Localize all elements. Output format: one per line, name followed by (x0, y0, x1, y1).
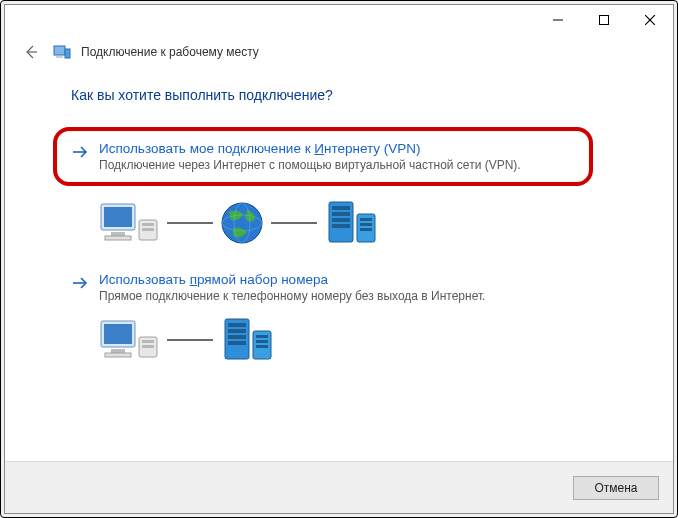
option-vpn-title-post: нтернету (VPN) (324, 141, 421, 156)
line-segment (167, 222, 213, 224)
wizard-icon (53, 43, 71, 61)
cancel-button[interactable]: Отмена (573, 476, 659, 500)
option-dialup[interactable]: Использовать прямой набор номера Прямое … (71, 272, 633, 303)
dialog-footer: Отмена (5, 461, 673, 513)
svg-rect-31 (104, 324, 132, 344)
option-dialup-text: Использовать прямой набор номера Прямое … (99, 272, 633, 303)
svg-rect-12 (105, 236, 131, 240)
svg-rect-35 (142, 340, 154, 343)
server-icon (323, 198, 379, 248)
svg-rect-7 (65, 49, 70, 58)
svg-rect-11 (111, 232, 125, 236)
option-vpn-title-pre: Использовать мое подключение к (99, 141, 314, 156)
maximize-button[interactable] (581, 5, 627, 35)
option-dialup-title: Использовать прямой набор номера (99, 272, 633, 287)
vpn-diagram (97, 198, 633, 248)
back-button[interactable] (19, 40, 43, 64)
svg-rect-36 (142, 345, 154, 348)
svg-rect-43 (256, 335, 268, 338)
svg-rect-41 (228, 341, 246, 345)
svg-rect-32 (111, 349, 125, 353)
svg-rect-40 (228, 335, 246, 339)
svg-rect-14 (142, 223, 154, 226)
minimize-icon (553, 15, 563, 25)
svg-rect-1 (600, 16, 609, 25)
option-dialup-title-ul: п (190, 272, 197, 287)
page-heading: Как вы хотите выполнить подключение? (71, 87, 633, 103)
option-vpn[interactable]: Использовать мое подключение к Интернету… (53, 127, 593, 186)
svg-rect-38 (228, 323, 246, 327)
option-vpn-title-ul: И (314, 141, 324, 156)
back-arrow-icon (21, 42, 41, 62)
wizard-title: Подключение к рабочему месту (81, 45, 259, 59)
globe-icon (219, 200, 265, 246)
outer-frame: Подключение к рабочему месту Как вы хоти… (0, 0, 678, 518)
close-button[interactable] (627, 5, 673, 35)
close-icon (645, 15, 655, 25)
svg-rect-44 (256, 340, 268, 343)
computer-icon (97, 198, 161, 248)
svg-rect-26 (360, 218, 372, 221)
svg-rect-39 (228, 329, 246, 333)
svg-rect-15 (142, 228, 154, 231)
dialup-diagram (97, 315, 633, 365)
svg-rect-10 (104, 207, 132, 227)
option-dialup-title-post: рямой набор номера (197, 272, 328, 287)
svg-rect-24 (332, 224, 350, 228)
svg-rect-6 (56, 56, 63, 58)
computer-icon (97, 315, 161, 365)
arrow-right-icon (71, 143, 89, 161)
option-vpn-desc: Подключение через Интернет с помощью вир… (99, 158, 575, 172)
maximize-icon (599, 15, 609, 25)
arrow-right-icon (71, 274, 89, 292)
line-segment (167, 339, 213, 341)
wizard-header: Подключение к рабочему месту (5, 35, 673, 69)
svg-rect-33 (105, 353, 131, 357)
content-area: Как вы хотите выполнить подключение? Исп… (5, 69, 673, 461)
svg-rect-27 (360, 223, 372, 226)
svg-rect-28 (360, 228, 372, 231)
svg-rect-23 (332, 218, 350, 222)
server-icon (219, 315, 275, 365)
dialog-window: Подключение к рабочему месту Как вы хоти… (4, 4, 674, 514)
option-dialup-head: Использовать прямой набор номера Прямое … (71, 272, 633, 303)
svg-rect-45 (256, 345, 268, 348)
svg-rect-5 (54, 46, 65, 55)
line-segment (271, 222, 317, 224)
option-dialup-desc: Прямое подключение к телефонному номеру … (99, 289, 633, 303)
option-vpn-title: Использовать мое подключение к Интернету… (99, 141, 575, 156)
titlebar (5, 5, 673, 35)
option-vpn-head: Использовать мое подключение к Интернету… (71, 141, 575, 172)
option-dialup-title-pre: Использовать (99, 272, 190, 287)
option-vpn-text: Использовать мое подключение к Интернету… (99, 141, 575, 172)
svg-rect-21 (332, 206, 350, 210)
minimize-button[interactable] (535, 5, 581, 35)
svg-rect-22 (332, 212, 350, 216)
